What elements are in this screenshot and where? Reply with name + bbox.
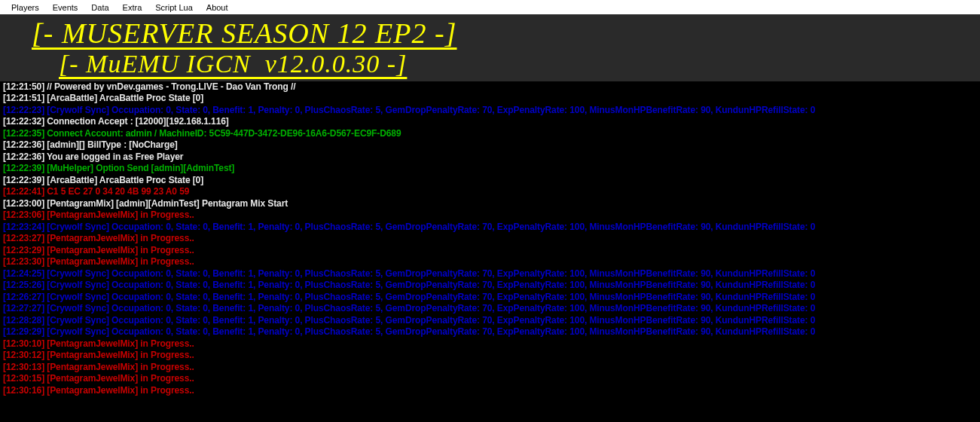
log-line: [12:30:13] [PentagramJewelMix] in Progre…: [3, 362, 977, 374]
menu-bar: Players Events Data Extra Script Lua Abo…: [0, 0, 980, 14]
log-line: [12:22:41] C1 5 EC 27 0 34 20 4B 99 23 A…: [3, 186, 977, 198]
log-line: [12:23:27] [PentagramJewelMix] in Progre…: [3, 233, 977, 245]
menu-script-lua[interactable]: Script Lua: [148, 2, 200, 13]
console-log[interactable]: [12:21:50] // Powered by vnDev.games - T…: [0, 81, 980, 397]
log-line: [12:22:39] [MuHelper] Option Send [admin…: [3, 163, 977, 175]
log-line: [12:23:06] [PentagramJewelMix] in Progre…: [3, 209, 977, 222]
log-line: [12:22:35] Connect Account: admin / Mach…: [3, 128, 977, 140]
menu-about[interactable]: About: [200, 2, 235, 13]
log-line: [12:24:25] [Crywolf Sync] Occupation: 0,…: [3, 268, 977, 280]
log-line: [12:23:00] [PentagramMix] [admin][AdminT…: [3, 198, 977, 210]
banner-line-1: [- MUSERVER SEASON 12 EP2 -]: [0, 19, 980, 47]
banner: [- MUSERVER SEASON 12 EP2 -] [- MuEMU IG…: [0, 14, 980, 81]
menu-players[interactable]: Players: [5, 2, 46, 13]
log-line: [12:23:24] [Crywolf Sync] Occupation: 0,…: [3, 222, 977, 234]
log-line: [12:30:15] [PentagramJewelMix] in Progre…: [3, 373, 977, 385]
log-line: [12:21:51] [ArcaBattle] ArcaBattle Proc …: [3, 93, 977, 105]
log-line: [12:23:29] [PentagramJewelMix] in Progre…: [3, 245, 977, 257]
log-line: [12:26:27] [Crywolf Sync] Occupation: 0,…: [3, 292, 977, 304]
log-line: [12:23:30] [PentagramJewelMix] in Progre…: [3, 256, 977, 268]
log-line: [12:22:36] You are logged in as Free Pla…: [3, 151, 977, 164]
log-line: [12:30:12] [PentagramJewelMix] in Progre…: [3, 350, 977, 362]
log-line: [12:28:28] [Crywolf Sync] Occupation: 0,…: [3, 315, 977, 327]
log-line: [12:21:50] // Powered by vnDev.games - T…: [3, 81, 977, 93]
log-line: [12:22:23] [Crywolf Sync] Occupation: 0,…: [3, 105, 977, 117]
log-line: [12:22:36] [admin][] BillType : [NoCharg…: [3, 139, 977, 151]
log-line: [12:25:26] [Crywolf Sync] Occupation: 0,…: [3, 280, 977, 292]
log-line: [12:29:29] [Crywolf Sync] Occupation: 0,…: [3, 326, 977, 338]
log-line: [12:30:16] [PentagramJewelMix] in Progre…: [3, 385, 977, 397]
banner-line-2: [- MuEMU IGCN v12.0.0.30 -]: [0, 49, 980, 80]
menu-data[interactable]: Data: [84, 2, 115, 13]
log-line: [12:22:39] [ArcaBattle] ArcaBattle Proc …: [3, 175, 977, 187]
log-line: [12:30:10] [PentagramJewelMix] in Progre…: [3, 338, 977, 350]
menu-events[interactable]: Events: [46, 2, 85, 13]
menu-extra[interactable]: Extra: [116, 2, 149, 13]
log-line: [12:22:32] Connection Accept : [12000][1…: [3, 116, 977, 128]
log-line: [12:27:27] [Crywolf Sync] Occupation: 0,…: [3, 303, 977, 315]
